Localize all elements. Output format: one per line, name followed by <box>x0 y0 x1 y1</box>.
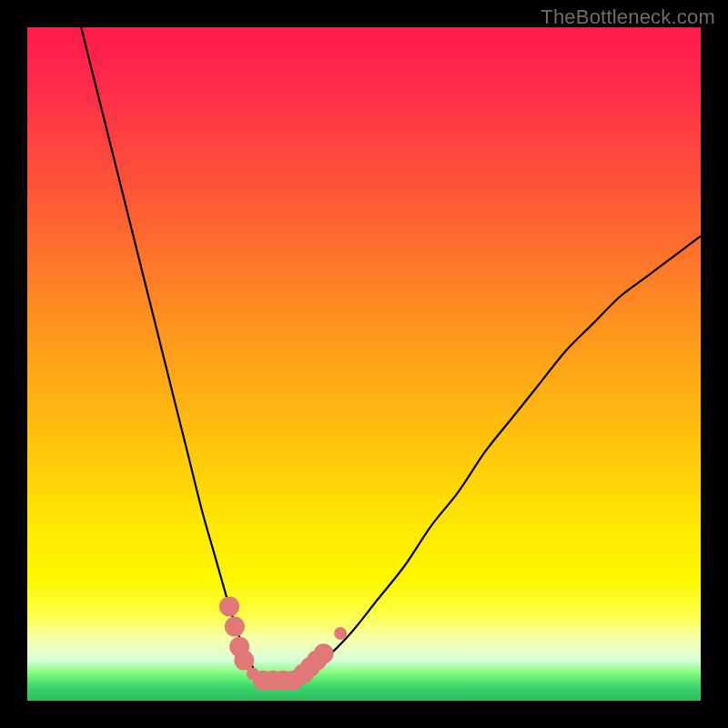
bottleneck-curve <box>81 27 701 681</box>
marker-dot <box>219 596 239 616</box>
marker-dot <box>314 643 334 663</box>
chart-frame: TheBottleneck.com <box>0 0 728 728</box>
marker-dot <box>234 651 254 671</box>
chart-plot-area <box>27 27 701 701</box>
highlight-markers <box>219 596 347 690</box>
chart-svg <box>27 27 701 701</box>
watermark-text: TheBottleneck.com <box>541 5 715 29</box>
marker-dot <box>334 627 347 640</box>
marker-dot <box>225 617 245 637</box>
